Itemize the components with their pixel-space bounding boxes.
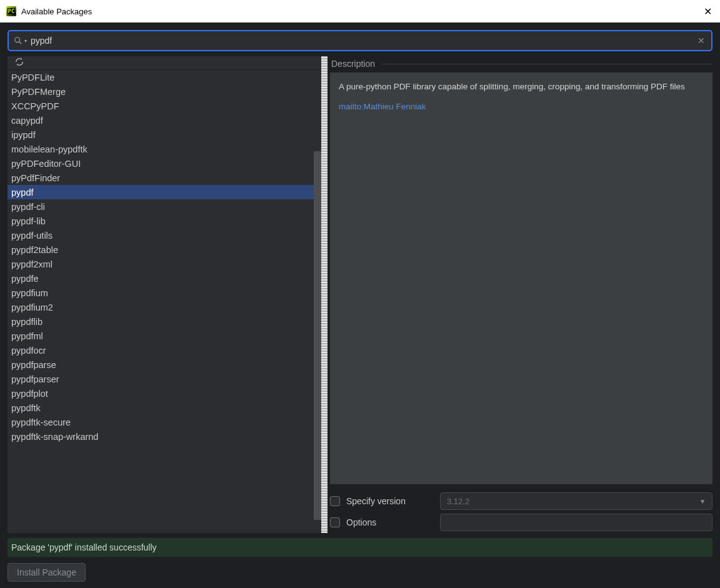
titlebar: PC Available Packages ✕ xyxy=(0,0,720,22)
clear-search-icon[interactable]: ✕ xyxy=(696,36,706,46)
list-item[interactable]: XCCPyPDF xyxy=(8,99,321,113)
reload-icon[interactable] xyxy=(15,57,24,68)
options-row: Options xyxy=(330,512,712,533)
status-text: Package 'pypdf' installed successfully xyxy=(11,542,157,552)
description-heading-row: Description xyxy=(330,56,712,72)
options-input[interactable] xyxy=(440,514,712,531)
list-item[interactable]: pypdflib xyxy=(8,314,321,329)
list-item[interactable]: PyPDFLite xyxy=(8,70,321,84)
list-item[interactable]: pypdf-utils xyxy=(8,228,321,242)
list-item[interactable]: pypdftk-secure xyxy=(8,415,321,429)
list-item[interactable]: pypdf2xml xyxy=(8,257,321,271)
divider xyxy=(381,64,712,64)
list-item[interactable]: pypdftk xyxy=(8,401,321,415)
list-item[interactable]: pyPdfFinder xyxy=(8,171,321,185)
description-text: A pure-python PDF library capable of spl… xyxy=(339,81,704,92)
options-checkbox[interactable] xyxy=(330,517,340,527)
list-item[interactable]: pypdf2table xyxy=(8,242,321,257)
list-item[interactable]: pypdfocr xyxy=(8,343,321,357)
search-field[interactable]: ▾ ✕ xyxy=(8,30,712,51)
list-item[interactable]: pypdfparser xyxy=(8,372,321,386)
install-package-button[interactable]: Install Package xyxy=(8,563,86,582)
dialog-body: ▾ ✕ PyPDFLitePyPDFMergeXCCPyPDFcapypdfip… xyxy=(0,22,720,588)
author-mailto-link[interactable]: mailto:Mathieu Fenniak xyxy=(339,101,426,112)
search-icon xyxy=(14,36,22,45)
list-item[interactable]: pypdfml xyxy=(8,329,321,343)
package-list[interactable]: PyPDFLitePyPDFMergeXCCPyPDFcapypdfipypdf… xyxy=(8,70,321,533)
search-input[interactable] xyxy=(31,36,696,46)
scrollbar-thumb[interactable] xyxy=(314,151,321,520)
list-item[interactable]: capypdf xyxy=(8,113,321,127)
description-heading: Description xyxy=(331,59,375,69)
description-box: A pure-python PDF library capable of spl… xyxy=(330,72,712,484)
svg-point-0 xyxy=(15,37,20,42)
window-title: Available Packages xyxy=(21,7,701,16)
specify-version-row: Specify version 3.12.2 ▼ xyxy=(330,491,712,512)
list-item[interactable]: pypdfium2 xyxy=(8,300,321,314)
bottom-actions: Install Package xyxy=(8,563,712,582)
package-list-panel: PyPDFLitePyPDFMergeXCCPyPDFcapypdfipypdf… xyxy=(8,56,321,533)
list-item[interactable]: mobilelean-pypdftk xyxy=(8,142,321,156)
version-select-value: 3.12.2 xyxy=(447,497,469,506)
list-item[interactable]: ipypdf xyxy=(8,127,321,142)
list-item[interactable]: PyPDFMerge xyxy=(8,84,321,99)
status-bar: Package 'pypdf' installed successfully xyxy=(8,538,712,557)
splitter-handle[interactable] xyxy=(321,56,328,533)
chevron-down-icon: ▼ xyxy=(699,498,706,505)
options-label: Options xyxy=(346,517,434,527)
list-item[interactable]: pypdf-cli xyxy=(8,199,321,214)
version-select[interactable]: 3.12.2 ▼ xyxy=(440,492,712,510)
app-icon: PC xyxy=(6,6,16,16)
list-item[interactable]: pypdfe xyxy=(8,271,321,286)
list-item[interactable]: pypdfium xyxy=(8,286,321,300)
search-options-chevron-icon[interactable]: ▾ xyxy=(24,38,27,44)
list-item[interactable]: pypdftk-snap-wrkarnd xyxy=(8,429,321,444)
close-icon[interactable]: ✕ xyxy=(701,6,714,17)
details-panel: Description A pure-python PDF library ca… xyxy=(328,56,712,533)
specify-version-label: Specify version xyxy=(346,496,434,506)
list-item[interactable]: pypdf-lib xyxy=(8,214,321,228)
list-item[interactable]: pypdf xyxy=(8,185,321,199)
list-item[interactable]: pypdfplot xyxy=(8,386,321,401)
svg-line-1 xyxy=(19,42,22,44)
specify-version-checkbox[interactable] xyxy=(330,496,340,506)
list-item[interactable]: pyPDFeditor-GUI xyxy=(8,156,321,171)
list-item[interactable]: pypdfparse xyxy=(8,357,321,372)
